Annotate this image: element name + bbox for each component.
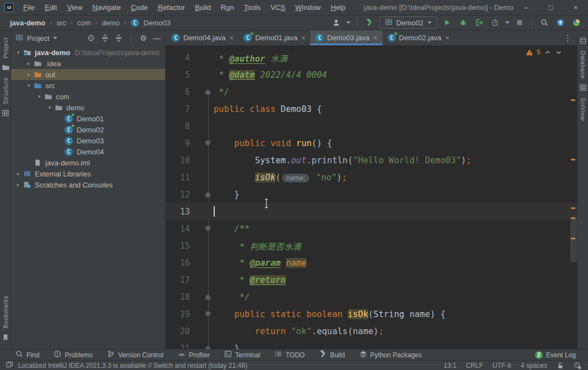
tree-item-demo01[interactable]: CDemo01 <box>11 113 165 124</box>
next-warning-icon[interactable] <box>555 49 563 56</box>
toolwindow-terminal[interactable]: Terminal <box>224 350 260 360</box>
breadcrumb-java-demo[interactable]: java-demo <box>10 19 45 27</box>
tab-demo01-java[interactable]: CDemo01.java× <box>239 30 310 45</box>
tab-demo02-java[interactable]: CDemo02.java× <box>383 30 454 45</box>
fold-marker-icon[interactable] <box>205 89 210 95</box>
tree-item-java-demo-iml[interactable]: java-demo.iml <box>11 157 165 168</box>
close-icon[interactable]: × <box>301 34 306 42</box>
tree-item-scratches-and-consoles[interactable]: ▸Scratches and Consoles <box>11 179 165 190</box>
fold-marker-icon[interactable] <box>205 294 210 300</box>
tree-item-demo04[interactable]: CDemo04 <box>11 146 165 157</box>
code-line-19[interactable]: 19 public static boolean isOk(String nam… <box>166 305 577 323</box>
toolwindow-todo[interactable]: TODO <box>274 350 304 360</box>
menu-refactor[interactable]: Refactor <box>153 0 190 15</box>
fold-marker-icon[interactable] <box>205 312 210 317</box>
tree-item-out[interactable]: ▸out <box>11 69 165 80</box>
code-line-21[interactable]: 21 } <box>166 340 577 349</box>
breadcrumb-demo03[interactable]: Demo03 <box>144 19 171 27</box>
fold-marker-icon[interactable] <box>205 192 210 197</box>
breadcrumb-src[interactable]: src <box>56 19 66 27</box>
code-line-17[interactable]: 17 * @return <box>166 271 577 288</box>
tab-demo03-java[interactable]: CDemo03.java× <box>310 30 382 45</box>
line-ending[interactable]: CRLF <box>466 362 483 369</box>
status-message[interactable]: Localized IntelliJ IDEA 2021.3.3 is avai… <box>18 362 247 369</box>
build-hammer-icon[interactable] <box>363 17 375 29</box>
run-config-select[interactable]: Demo02 <box>379 17 437 29</box>
toolwindow-problems[interactable]: Problems <box>54 350 93 360</box>
caret-position[interactable]: 13:1 <box>443 362 456 369</box>
chevron-down-icon[interactable] <box>346 22 351 24</box>
code-line-14[interactable]: 14 /** <box>166 220 577 237</box>
tree-item-com[interactable]: ▾com <box>11 91 165 102</box>
stripe-item-sciview[interactable]: SciView <box>580 98 586 121</box>
chevron-down-icon[interactable] <box>53 37 57 39</box>
chevron-right-icon[interactable]: ▸ <box>25 72 33 77</box>
code-line-20[interactable]: 20 return "ok".equals(name); <box>166 323 577 340</box>
menu-run[interactable]: Run <box>216 0 239 15</box>
menu-edit[interactable]: Edit <box>40 0 62 15</box>
tab-demo04-java[interactable]: CDemo04.java× <box>167 30 239 45</box>
unlock-icon[interactable] <box>557 362 564 369</box>
scrollbar-thumb[interactable] <box>570 218 577 262</box>
menu-window[interactable]: Window <box>290 0 326 15</box>
hide-icon[interactable]: — <box>153 34 161 42</box>
update-icon[interactable] <box>554 17 566 29</box>
warning-count[interactable]: 5 <box>537 49 541 56</box>
tree-item-java-demo[interactable]: ▾java-demoD:\IdeaProjects\java-demo <box>11 47 165 58</box>
code-line-10[interactable]: 10 System.out.println("Hello World! Demo… <box>166 152 577 169</box>
locate-icon[interactable] <box>87 34 95 42</box>
fold-marker-icon[interactable] <box>205 226 210 232</box>
menu-tools[interactable]: Tools <box>239 0 266 15</box>
tree-item-external-libraries[interactable]: ▸External Libraries <box>11 168 165 179</box>
chevron-right-icon[interactable]: ▸ <box>14 171 22 176</box>
user-icon[interactable] <box>330 17 342 29</box>
toolwindow-profiler[interactable]: Profiler <box>178 350 210 360</box>
breadcrumb-demo[interactable]: demo <box>102 19 120 27</box>
code-line-5[interactable]: 5 * @date 2022/4/4 0004 <box>166 66 577 83</box>
stripe-item-database[interactable]: Database <box>580 51 586 79</box>
menu-vcs[interactable]: VCS <box>266 0 290 15</box>
project-panel-title[interactable]: Project <box>27 34 49 42</box>
debug-icon[interactable] <box>457 17 469 29</box>
chevron-down-icon[interactable]: ▾ <box>14 50 22 55</box>
search-everywhere-icon[interactable] <box>538 17 550 29</box>
fold-marker-icon[interactable] <box>205 141 210 146</box>
toolwindow-find[interactable]: Find <box>15 350 39 360</box>
code-line-11[interactable]: 11 isOk(name: "no"); <box>166 169 577 186</box>
menu-code[interactable]: Code <box>126 0 153 15</box>
tab-options-icon[interactable]: ⋮ <box>559 30 577 45</box>
toolwindow-event-log[interactable]: 2 Event Log <box>535 351 576 359</box>
chevron-right-icon[interactable]: ▸ <box>14 182 22 187</box>
close-button[interactable]: × <box>563 0 588 15</box>
code-line-13[interactable]: 13 <box>166 203 577 220</box>
fold-marker-icon[interactable] <box>205 346 210 350</box>
code-line-8[interactable]: 8 <box>166 117 577 135</box>
code-line-18[interactable]: 18 */ <box>166 288 577 305</box>
tree-item-demo02[interactable]: CDemo02 <box>11 124 165 135</box>
close-icon[interactable]: × <box>230 34 234 42</box>
tree-item-src[interactable]: ▾src <box>11 80 165 91</box>
code-line-7[interactable]: 7public class Demo03 { <box>166 100 577 117</box>
warning-icon[interactable] <box>526 49 533 56</box>
stripe-item-bookmarks[interactable]: Bookmarks <box>2 296 9 329</box>
code-line-16[interactable]: 16 * @param name <box>166 254 577 271</box>
encoding[interactable]: UTF-8 <box>492 362 511 369</box>
editor[interactable]: 4 * @author 水滴5 * @date 2022/4/4 00046 *… <box>166 46 577 349</box>
chevron-down-icon[interactable]: ▾ <box>25 83 33 88</box>
minimize-button[interactable]: – <box>513 0 538 15</box>
toolwindow-build[interactable]: Build <box>319 350 345 360</box>
code-line-9[interactable]: 9 public void run() { <box>166 135 577 152</box>
tree-item-demo03[interactable]: CDemo03 <box>11 135 165 146</box>
code-line-6[interactable]: 6 */ <box>166 83 577 100</box>
tree-item-demo[interactable]: ▾demo <box>11 102 165 113</box>
menu-navigate[interactable]: Navigate <box>87 0 125 15</box>
menu-view[interactable]: View <box>62 0 87 15</box>
chevron-down-icon[interactable]: ▾ <box>46 105 54 110</box>
menu-help[interactable]: Help <box>326 0 351 15</box>
menu-build[interactable]: Build <box>190 0 216 15</box>
stop-icon[interactable] <box>513 17 526 29</box>
collapse-all-icon[interactable] <box>115 34 123 42</box>
code-line-4[interactable]: 4 * @author 水滴 <box>166 49 577 66</box>
code-line-15[interactable]: 15 * 判断是否水滴 <box>166 237 577 254</box>
stripe-item-project[interactable]: Project <box>2 37 9 58</box>
